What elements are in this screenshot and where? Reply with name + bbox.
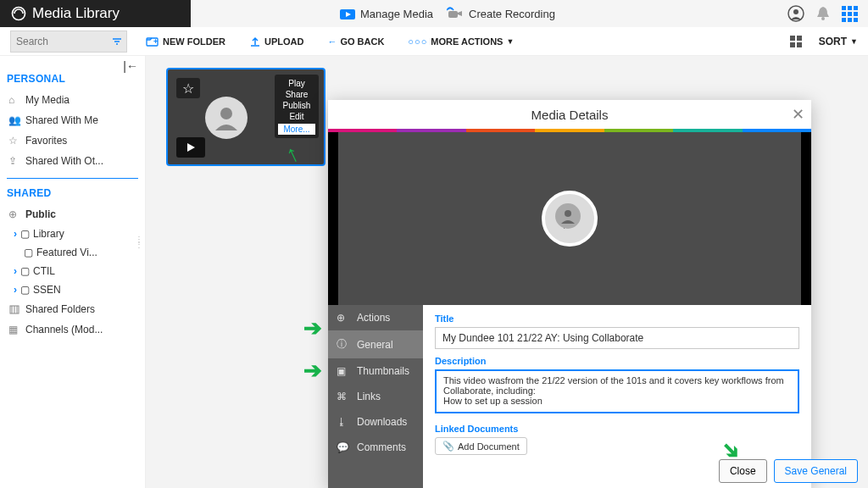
profile-icon[interactable]: [787, 5, 804, 22]
grid-view-button[interactable]: [790, 36, 802, 47]
svg-marker-13: [187, 143, 195, 152]
tree-ctil[interactable]: ›▢CTIL: [7, 262, 138, 280]
create-recording-button[interactable]: Create Recording: [447, 7, 555, 20]
tab-general[interactable]: ⓘGeneral: [328, 330, 423, 358]
image-icon: ▣: [337, 365, 350, 377]
upload-button[interactable]: UPLOAD: [244, 32, 309, 51]
media-details-modal: Media Details ✕ ⊕Actions ⓘGeneral ▣Thu: [328, 100, 811, 488]
close-icon[interactable]: ✕: [792, 105, 804, 124]
comment-icon: 💬: [337, 441, 350, 453]
search-field[interactable]: [16, 36, 112, 47]
filter-icon[interactable]: [112, 36, 121, 47]
sidebar-shared-folders[interactable]: Shared Folders: [7, 299, 138, 319]
opt-publish[interactable]: Publish: [278, 100, 315, 111]
annotation-arrow-title: ➔: [303, 315, 322, 341]
new-folder-button[interactable]: +NEW FOLDER: [141, 32, 231, 51]
tree-featured[interactable]: ▢Featured Vi...: [7, 243, 138, 262]
title-input[interactable]: [435, 327, 799, 349]
plus-circle-icon: ⊕: [337, 312, 350, 324]
media-card[interactable]: ☆ Play Share Publish Edit More...: [166, 68, 326, 166]
description-textarea[interactable]: [435, 369, 799, 413]
home-icon: ⌂: [8, 94, 20, 106]
tab-comments[interactable]: 💬Comments: [328, 435, 423, 460]
channel-icon: ▦: [8, 324, 20, 336]
opt-edit[interactable]: Edit: [278, 111, 315, 122]
tab-actions[interactable]: ⊕Actions: [328, 305, 423, 330]
svg-point-12: [220, 108, 232, 119]
annotation-arrow-desc: ➔: [303, 358, 322, 384]
svg-point-14: [565, 210, 571, 217]
preview-avatar-icon: [555, 203, 581, 229]
svg-point-7: [793, 9, 798, 14]
camera-icon: [447, 7, 464, 20]
folder-icon: [340, 7, 355, 20]
card-options: Play Share Publish Edit More...: [275, 75, 319, 138]
app-logo: Media Library: [10, 5, 120, 22]
favorite-toggle[interactable]: ☆: [176, 78, 200, 98]
tab-downloads[interactable]: ⭳Downloads: [328, 409, 423, 435]
go-back-button[interactable]: ←GO BACK: [322, 33, 389, 50]
app-title: Media Library: [32, 5, 120, 22]
search-input[interactable]: [10, 30, 127, 53]
download-icon: ⭳: [337, 416, 350, 428]
sidebar-channels[interactable]: ▦Channels (Mod...: [7, 319, 138, 340]
info-icon: ⓘ: [337, 337, 350, 352]
more-actions-button[interactable]: ○○○MORE ACTIONS▼: [403, 33, 519, 50]
svg-rect-4: [448, 11, 458, 18]
star-icon: ☆: [8, 135, 20, 147]
sidebar-favorites[interactable]: ☆Favorites: [7, 130, 138, 151]
opt-more[interactable]: More...: [278, 124, 315, 135]
opt-play[interactable]: Play: [278, 78, 315, 89]
label-linked-docs: Linked Documents: [435, 424, 799, 434]
sidebar-public[interactable]: ⊕Public: [7, 204, 138, 225]
apps-icon[interactable]: [842, 6, 858, 22]
sort-button[interactable]: SORT▼: [819, 36, 858, 47]
modal-title: Media Details: [531, 108, 609, 122]
opt-share[interactable]: Share: [278, 89, 315, 100]
close-button[interactable]: Close: [719, 459, 767, 483]
bell-icon[interactable]: [816, 6, 830, 21]
sidebar-my-media[interactable]: ⌂My Media: [7, 90, 138, 110]
trash-icon: [8, 304, 20, 314]
tree-library[interactable]: ›▢Library: [7, 225, 138, 243]
save-general-button[interactable]: Save General: [774, 459, 858, 483]
play-button[interactable]: [176, 137, 205, 158]
globe-icon: ⊕: [8, 208, 20, 220]
svg-point-8: [821, 17, 825, 20]
resize-handle[interactable]: ⋮⋮: [135, 237, 143, 247]
link-icon: ⌘: [337, 391, 350, 402]
sidebar-shared-with-me[interactable]: 👥Shared With Me: [7, 110, 138, 130]
shared-heading: SHARED: [7, 187, 138, 199]
paperclip-icon: 📎: [442, 441, 454, 452]
collapse-sidebar-button[interactable]: |←: [123, 59, 138, 73]
manage-media-button[interactable]: Manage Media: [340, 7, 433, 20]
svg-text:+: +: [153, 37, 158, 46]
label-title: Title: [435, 313, 799, 324]
share-icon: ⇪: [8, 155, 20, 167]
sidebar-shared-with-others[interactable]: ⇪Shared With Ot...: [7, 151, 138, 171]
tree-ssen[interactable]: ›▢SSEN: [7, 280, 138, 299]
tab-thumbnails[interactable]: ▣Thumbnails: [328, 358, 423, 384]
svg-marker-5: [458, 11, 462, 16]
tab-links[interactable]: ⌘Links: [328, 384, 423, 409]
add-document-button[interactable]: 📎Add Document: [435, 437, 527, 455]
swirl-icon: [10, 5, 27, 22]
label-description: Description: [435, 356, 799, 366]
card-avatar: [205, 97, 248, 139]
personal-heading: PERSONAL: [7, 73, 138, 85]
rainbow-bar: [328, 129, 811, 132]
people-icon: 👥: [8, 114, 20, 126]
